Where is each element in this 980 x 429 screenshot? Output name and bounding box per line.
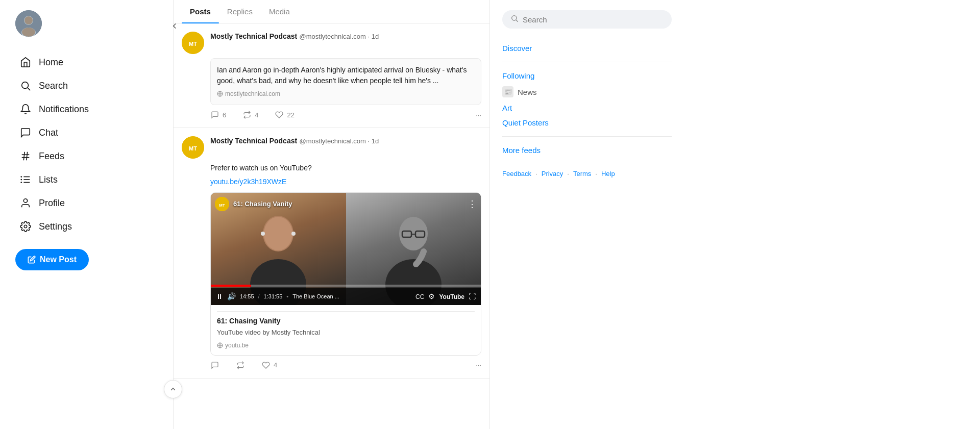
footer-sep: ·: [595, 170, 597, 178]
avatar[interactable]: [15, 10, 42, 37]
feed-content: MT Mostly Technical Podcast @mostlytechn…: [174, 23, 489, 429]
bell-icon: [19, 103, 32, 115]
post-avatar: MT: [182, 136, 204, 159]
comment-count: 6: [223, 111, 226, 119]
news-feed-link[interactable]: 📰 News: [502, 83, 672, 100]
video-meta-title: 61: Chasing Vanity: [217, 316, 475, 326]
repost-count: 4: [255, 111, 258, 119]
comment-action[interactable]: 6: [210, 110, 226, 119]
nav-item-profile[interactable]: Profile: [15, 192, 158, 214]
video-progress-bar[interactable]: [211, 285, 481, 287]
video-progress-fill: [211, 285, 251, 287]
svg-point-15: [20, 179, 22, 181]
more-action[interactable]: ···: [476, 361, 481, 369]
svg-line-6: [28, 88, 30, 90]
repost-icon: [242, 110, 252, 119]
repost-action[interactable]: 4: [242, 110, 258, 119]
discover-feed-link[interactable]: Discover: [502, 41, 672, 56]
more-action[interactable]: ···: [476, 111, 481, 119]
svg-point-17: [23, 199, 27, 203]
settings-video-icon[interactable]: ⚙: [428, 291, 435, 302]
video-time-current: 14:55: [240, 292, 254, 301]
svg-point-18: [24, 225, 27, 228]
new-post-button[interactable]: New Post: [15, 249, 89, 270]
edit-icon: [28, 256, 36, 264]
svg-point-16: [20, 182, 22, 183]
svg-line-10: [27, 152, 28, 161]
collapse-sidebar-button[interactable]: [164, 380, 182, 398]
tab-replies[interactable]: Replies: [219, 0, 261, 23]
right-sidebar: Discover Following 📰 News Art Quiet Post…: [490, 0, 684, 429]
post-author: Mostly Technical Podcast: [210, 137, 297, 145]
post-actions: 6 4: [210, 110, 481, 119]
like-count: 22: [287, 111, 294, 119]
svg-point-14: [20, 176, 22, 178]
more-feeds-link[interactable]: More feeds: [502, 143, 672, 158]
main-feed: Posts Replies Media MT Mostly Technical …: [174, 0, 490, 429]
post-header: MT Mostly Technical Podcast @mostlytechn…: [182, 32, 481, 54]
post-text: Prefer to watch us on YouTube?: [210, 163, 481, 173]
fullscreen-icon[interactable]: ⛶: [469, 291, 476, 302]
art-feed-link[interactable]: Art: [502, 100, 672, 115]
privacy-link[interactable]: Privacy: [542, 170, 564, 178]
back-button[interactable]: [167, 18, 182, 34]
feeds-divider: [502, 62, 672, 62]
footer-sep: ·: [535, 170, 537, 178]
volume-icon[interactable]: 🔊: [227, 291, 236, 302]
left-sidebar: Home Search Notifications Chat: [0, 0, 174, 429]
quiet-posters-feed-link[interactable]: Quiet Posters: [502, 115, 672, 130]
profile-icon: [19, 197, 32, 209]
help-link[interactable]: Help: [601, 170, 615, 178]
comment-icon: [210, 110, 219, 119]
feed-tabs: Posts Replies Media: [174, 0, 489, 23]
nav-label-home: Home: [39, 57, 63, 68]
nav-label-feeds: Feeds: [39, 151, 64, 162]
nav-item-lists[interactable]: Lists: [15, 168, 158, 191]
pause-icon[interactable]: ⏸: [216, 291, 223, 302]
link-preview[interactable]: Ian and Aaron go in-depth Aaron's highly…: [210, 58, 481, 105]
nav-label-profile: Profile: [39, 198, 65, 209]
link-preview-domain: mostlytechnical.com: [217, 89, 475, 98]
svg-point-5: [22, 82, 29, 89]
feedback-link[interactable]: Feedback: [502, 170, 531, 178]
nav-item-settings[interactable]: Settings: [15, 215, 158, 238]
svg-line-9: [23, 152, 24, 161]
comment-action[interactable]: [210, 361, 219, 370]
like-action[interactable]: 22: [275, 110, 294, 119]
globe-icon: [217, 342, 223, 348]
post-avatar: MT: [182, 32, 204, 54]
nav-item-notifications[interactable]: Notifications: [15, 98, 158, 120]
nav-item-chat[interactable]: Chat: [15, 121, 158, 144]
news-feed-icon: 📰: [502, 86, 513, 97]
search-box-icon: [510, 14, 519, 24]
search-input[interactable]: [523, 15, 664, 24]
tab-posts[interactable]: Posts: [182, 0, 219, 23]
following-feed-link[interactable]: Following: [502, 68, 672, 83]
repost-action[interactable]: [236, 361, 245, 370]
nav-item-home[interactable]: Home: [15, 51, 158, 73]
tab-media[interactable]: Media: [261, 0, 298, 23]
cc-icon[interactable]: CC: [415, 292, 424, 301]
nav-label-lists: Lists: [39, 174, 58, 185]
like-action[interactable]: 4: [261, 361, 277, 370]
nav-item-search[interactable]: Search: [15, 74, 158, 97]
video-title-overlay: 61: Chasing Vanity: [233, 199, 463, 209]
video-embed[interactable]: MT 61: Chasing Vanity ⋮: [210, 192, 481, 356]
post-card: MT Mostly Technical Podcast @mostlytechn…: [174, 23, 489, 128]
link-preview-text: Ian and Aaron go in-depth Aaron's highly…: [217, 65, 475, 86]
post-link[interactable]: youtu.be/y2k3h19XWzE: [210, 178, 286, 186]
nav-item-feeds[interactable]: Feeds: [15, 145, 158, 167]
like-count: 4: [274, 361, 277, 369]
post-body: Prefer to watch us on YouTube? youtu.be/…: [210, 163, 481, 356]
search-box[interactable]: [502, 10, 672, 29]
globe-icon: [217, 91, 223, 97]
chat-icon: [19, 127, 32, 139]
video-more-icon[interactable]: ⋮: [468, 197, 477, 211]
video-meta-subtitle: YouTube video by Mostly Technical: [217, 327, 475, 338]
feeds-divider: [502, 136, 672, 137]
repost-icon: [236, 361, 245, 370]
video-controls-bar: ⏸ 🔊 14:55 / 1:31:55 • The Blue Ocean ...…: [211, 288, 481, 305]
nav-label-chat: Chat: [39, 128, 58, 138]
video-channel-icon: MT: [215, 197, 229, 211]
terms-link[interactable]: Terms: [573, 170, 591, 178]
